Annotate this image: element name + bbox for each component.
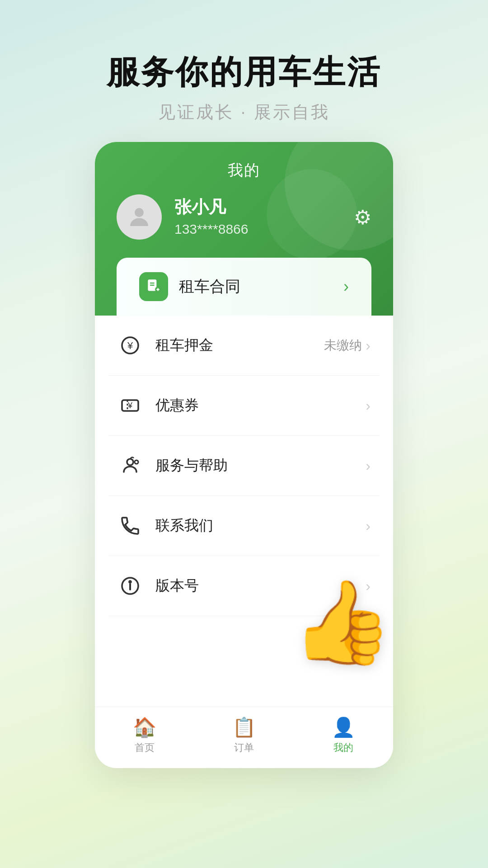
contract-label: 租车合同 (179, 276, 343, 297)
nav-label-home: 首页 (135, 741, 155, 755)
svg-point-0 (135, 208, 144, 217)
home-icon: 🏠 (133, 716, 156, 738)
nav-label-orders: 订单 (234, 741, 254, 755)
contract-banner: 租车合同 › (117, 258, 371, 316)
menu-label-version: 版本号 (155, 576, 366, 596)
orders-icon: 📋 (232, 716, 256, 738)
deposit-icon: ¥ (117, 333, 143, 358)
version-icon (117, 573, 143, 599)
svg-text:¥: ¥ (127, 401, 133, 410)
mine-icon: 👤 (332, 716, 355, 738)
nav-label-mine: 我的 (333, 741, 353, 755)
menu-label-contact: 联系我们 (155, 516, 366, 536)
version-chevron: › (366, 578, 371, 594)
coupon-chevron: › (366, 397, 371, 414)
deposit-chevron: › (366, 337, 371, 354)
card-body: ¥ 租车押金 未缴纳 › ¥ 优惠券 › (95, 316, 393, 707)
contract-chevron: › (343, 277, 349, 296)
nav-item-home[interactable]: 🏠 首页 (95, 716, 194, 755)
service-chevron: › (366, 458, 371, 474)
nav-item-mine[interactable]: 👤 我的 (294, 716, 393, 755)
settings-button[interactable]: ⚙ (354, 206, 371, 229)
service-icon (117, 453, 143, 478)
avatar (117, 194, 162, 240)
page-bg-subtitle: 见证成长 · 展示自我 (0, 101, 488, 124)
menu-item-deposit[interactable]: ¥ 租车押金 未缴纳 › (108, 316, 380, 376)
menu-item-version[interactable]: 版本号 › (108, 556, 380, 616)
phone-card: 我的 张小凡 133****8866 ⚙ (95, 142, 393, 768)
svg-point-11 (135, 460, 138, 464)
menu-label-coupon: 优惠券 (155, 396, 366, 415)
nav-item-orders[interactable]: 📋 订单 (194, 716, 294, 755)
svg-point-14 (129, 581, 131, 583)
page-bg-title: 服务你的用车生活 (0, 54, 488, 90)
contact-icon (117, 513, 143, 538)
menu-item-service[interactable]: 服务与帮助 › (108, 436, 380, 496)
bottom-nav: 🏠 首页 📋 订单 👤 我的 (95, 707, 393, 768)
menu-status-deposit: 未缴纳 (324, 337, 362, 354)
menu-item-contact[interactable]: 联系我们 › (108, 496, 380, 556)
menu-label-deposit: 租车押金 (155, 335, 324, 355)
contract-icon (139, 272, 168, 301)
contract-item[interactable]: 租车合同 › (130, 258, 358, 316)
svg-text:¥: ¥ (127, 340, 133, 351)
menu-label-service: 服务与帮助 (155, 456, 366, 476)
menu-item-coupon[interactable]: ¥ 优惠券 › (108, 376, 380, 436)
svg-point-10 (127, 459, 133, 465)
user-phone: 133****8866 (174, 222, 354, 237)
contact-chevron: › (366, 518, 371, 534)
user-name: 张小凡 (174, 197, 354, 218)
user-row: 张小凡 133****8866 ⚙ (117, 194, 371, 258)
coupon-icon: ¥ (117, 393, 143, 418)
card-header: 我的 张小凡 133****8866 ⚙ (95, 142, 393, 316)
user-info: 张小凡 133****8866 (174, 197, 354, 237)
